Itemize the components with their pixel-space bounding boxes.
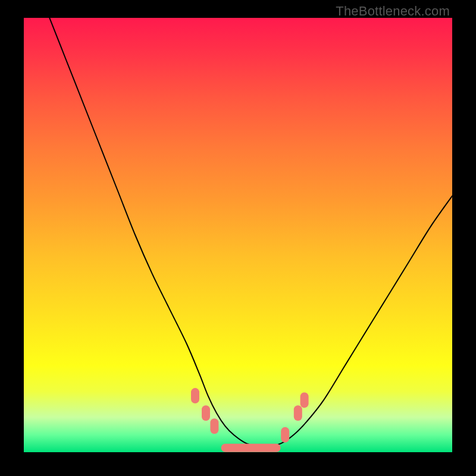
- marker-right-markers: [300, 392, 309, 408]
- marker-left-markers: [210, 418, 218, 434]
- marker-right-markers: [281, 427, 289, 443]
- series-left-curve: [49, 18, 264, 448]
- line-layer: [49, 18, 452, 448]
- marker-right-markers: [294, 405, 302, 421]
- marker-floor-band: [221, 444, 281, 452]
- chart-frame: TheBottleneck.com: [0, 0, 476, 476]
- series-right-curve: [264, 196, 452, 447]
- watermark-text: TheBottleneck.com: [336, 4, 450, 19]
- plot-area: [24, 18, 452, 452]
- marker-left-markers: [191, 388, 199, 403]
- marker-left-markers: [202, 405, 210, 421]
- chart-svg: [24, 18, 452, 452]
- marker-layer: [191, 388, 309, 452]
